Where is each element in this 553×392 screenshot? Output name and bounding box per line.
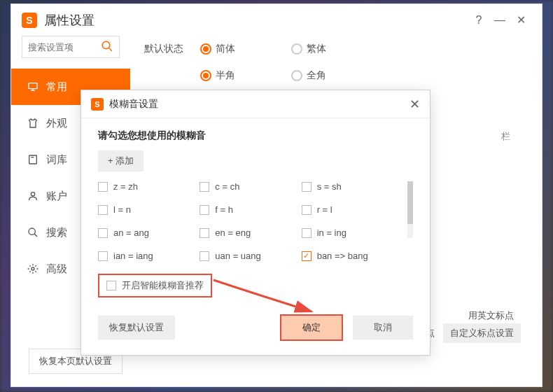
- shirt-icon: [27, 117, 39, 130]
- dialog-close-button[interactable]: ✕: [410, 97, 420, 112]
- cancel-button[interactable]: 取消: [353, 316, 413, 340]
- monitor-icon: [27, 80, 39, 93]
- search-icon[interactable]: [101, 40, 113, 55]
- smart-recommend-label: 开启智能模糊音推荐: [122, 279, 204, 292]
- svg-rect-2: [29, 83, 37, 89]
- fuzzy-grid: z = zh c = ch s = sh l = n f = h r = l a…: [98, 181, 413, 261]
- smart-recommend-checkbox[interactable]: [106, 281, 116, 290]
- sidebar-item-label: 词库: [46, 153, 67, 167]
- radio-icon: [200, 43, 211, 55]
- radio-fullwidth[interactable]: 全角: [291, 69, 326, 82]
- close-button[interactable]: ✕: [510, 13, 531, 27]
- restore-default-button[interactable]: 恢复默认设置: [98, 316, 175, 340]
- sidebar-item-label: 常用: [46, 80, 67, 94]
- custom-punct-settings-button[interactable]: 自定义标点设置: [443, 323, 521, 343]
- window-title: 属性设置: [44, 12, 94, 29]
- svg-rect-5: [29, 155, 37, 164]
- fuzzy-sound-dialog: S 模糊音设置 ✕ 请勾选您想使用的模糊音 + 添加 z = zh c = ch…: [80, 90, 430, 356]
- scrollbar[interactable]: [407, 181, 413, 238]
- radio-icon: [291, 70, 302, 81]
- app-logo-icon: S: [22, 13, 37, 28]
- svg-point-0: [102, 41, 110, 49]
- book-icon: [27, 153, 39, 166]
- sidebar-item-label: 外观: [46, 117, 67, 130]
- search-nav-icon: [27, 226, 39, 239]
- default-state-label: 默认状态: [144, 43, 200, 55]
- fuzzy-checkbox-uan-uang[interactable]: uan = uang: [200, 251, 301, 261]
- radio-halfwidth[interactable]: 半角: [200, 69, 235, 82]
- fuzzy-checkbox-ban-bang[interactable]: ban => bang: [302, 251, 403, 261]
- sidebar-item-label: 账户: [46, 190, 67, 203]
- dialog-logo-icon: S: [91, 98, 104, 111]
- titlebar: S 属性设置 ? — ✕: [11, 4, 542, 36]
- side-text: 栏: [501, 130, 510, 143]
- radio-simplified[interactable]: 简体: [200, 43, 235, 55]
- minimize-button[interactable]: —: [489, 14, 510, 27]
- fuzzy-checkbox-c-ch[interactable]: c = ch: [200, 181, 301, 192]
- radio-icon: [291, 43, 302, 55]
- user-icon: [27, 190, 39, 202]
- fuzzy-checkbox-l-n[interactable]: l = n: [98, 204, 200, 215]
- fuzzy-checkbox-an-ang[interactable]: an = ang: [98, 227, 200, 238]
- svg-line-1: [108, 48, 112, 51]
- svg-point-10: [31, 267, 34, 270]
- radio-icon: [200, 70, 211, 81]
- fuzzy-checkbox-f-h[interactable]: f = h: [200, 204, 301, 215]
- svg-line-9: [34, 234, 37, 237]
- sidebar-item-label: 搜索: [46, 226, 67, 239]
- fuzzy-checkbox-z-zh[interactable]: z = zh: [98, 181, 200, 192]
- radio-traditional[interactable]: 繁体: [291, 43, 326, 55]
- dialog-heading: 请勾选您想使用的模糊音: [98, 130, 413, 142]
- smart-recommend-highlight: 开启智能模糊音推荐: [98, 274, 212, 298]
- svg-point-8: [29, 228, 35, 234]
- add-fuzzy-button[interactable]: + 添加: [98, 150, 144, 172]
- help-button[interactable]: ?: [468, 14, 489, 27]
- svg-point-7: [31, 192, 34, 196]
- fuzzy-checkbox-ian-iang[interactable]: ian = iang: [98, 251, 200, 261]
- dialog-title: 模糊音设置: [109, 98, 410, 111]
- ok-button[interactable]: 确定: [280, 314, 343, 341]
- fuzzy-checkbox-in-ing[interactable]: in = ing: [302, 227, 403, 238]
- fuzzy-checkbox-en-eng[interactable]: en = eng: [200, 227, 301, 238]
- fuzzy-checkbox-r-l[interactable]: r = l: [302, 204, 403, 215]
- gear-icon: [27, 262, 39, 275]
- english-punct-label: 用英文标点: [468, 309, 514, 322]
- fuzzy-checkbox-s-sh[interactable]: s = sh: [302, 181, 403, 192]
- sidebar-item-label: 高级: [46, 262, 67, 276]
